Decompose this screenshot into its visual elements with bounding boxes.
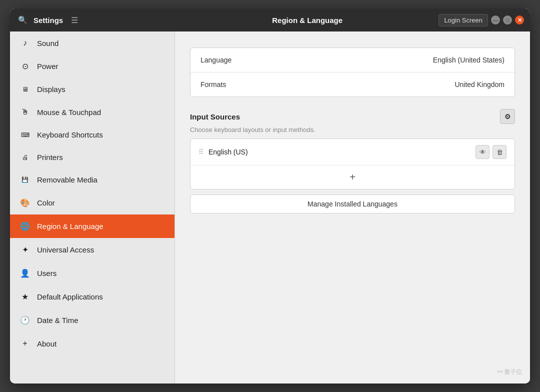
sidebar-label-about: About: [37, 340, 56, 348]
about-icon: +: [20, 339, 30, 348]
menu-button[interactable]: ☰: [67, 14, 82, 27]
region-language-icon: 🌐: [20, 222, 30, 231]
removable-media-icon: 💾: [20, 176, 30, 183]
sidebar-item-universal-access[interactable]: ✦ Universal Access: [10, 238, 174, 262]
sidebar-item-keyboard-shortcuts[interactable]: ⌨ Keyboard Shortcuts: [10, 124, 174, 146]
sidebar-item-date-time[interactable]: 🕐 Date & Time: [10, 308, 174, 332]
main-content: Language English (United States) Formats…: [175, 32, 530, 384]
default-apps-icon: ★: [20, 292, 30, 302]
sidebar-label-printers: Printers: [37, 153, 63, 162]
sidebar-label-color: Color: [37, 198, 55, 207]
language-card: Language English (United States) Formats…: [190, 48, 515, 97]
sidebar-label-mouse: Mouse & Touchpad: [37, 108, 101, 116]
language-label: Language: [200, 56, 433, 64]
eye-icon: 👁: [480, 148, 486, 156]
sidebar-label-removable: Removable Media: [37, 176, 98, 184]
input-sources-description: Choose keyboard layouts or input methods…: [190, 126, 515, 134]
titlebar: 🔍 Settings ☰ Region & Language Login Scr…: [10, 8, 530, 32]
drag-handle-icon[interactable]: ⠿: [198, 148, 204, 156]
input-source-name: English (US): [208, 148, 476, 156]
app-title: Settings: [34, 16, 63, 24]
sidebar-label-universal: Universal Access: [37, 246, 94, 254]
preview-input-source-button[interactable]: 👁: [476, 145, 490, 159]
close-button[interactable]: ✕: [515, 16, 524, 24]
sidebar-item-removable-media[interactable]: 💾 Removable Media: [10, 168, 174, 191]
gear-icon: ⚙: [504, 112, 511, 120]
sidebar: ♪ Sound ⊙ Power 🖥 Displays 🖱 Mouse & Tou…: [10, 32, 175, 384]
sidebar-label-date-time: Date & Time: [37, 316, 78, 324]
displays-icon: 🖥: [20, 86, 30, 93]
sidebar-item-mouse-touchpad[interactable]: 🖱 Mouse & Touchpad: [10, 100, 174, 124]
mouse-icon: 🖱: [20, 108, 30, 116]
sidebar-label-keyboard: Keyboard Shortcuts: [37, 130, 103, 139]
printers-icon: 🖨: [20, 154, 30, 161]
search-button[interactable]: 🔍: [16, 14, 30, 26]
input-sources-card: ⠿ English (US) 👁 🗑 +: [190, 138, 515, 190]
maximize-button[interactable]: □: [503, 16, 512, 24]
language-value: English (United States): [433, 56, 504, 64]
sidebar-label-region: Region & Language: [37, 222, 104, 230]
sidebar-item-region-language[interactable]: 🌐 Region & Language: [10, 214, 174, 238]
manage-installed-languages-button[interactable]: Manage Installed Languages: [190, 194, 515, 214]
sidebar-item-sound[interactable]: ♪ Sound: [10, 32, 174, 54]
add-input-source-button[interactable]: +: [350, 172, 356, 183]
formats-value: United Kingdom: [454, 80, 504, 88]
sidebar-label-displays: Displays: [37, 85, 66, 94]
remove-input-source-button[interactable]: 🗑: [492, 145, 506, 159]
sound-icon: ♪: [20, 38, 30, 48]
language-row[interactable]: Language English (United States): [190, 48, 514, 72]
keyboard-icon: ⌨: [20, 132, 30, 138]
input-sources-section: Input Sources ⚙ Choose keyboard layouts …: [190, 109, 515, 214]
color-icon: 🎨: [20, 198, 30, 208]
trash-icon: 🗑: [496, 148, 503, 156]
minimize-button[interactable]: —: [491, 16, 500, 24]
sidebar-label-default-apps: Default Applications: [37, 292, 103, 301]
login-screen-button[interactable]: Login Screen: [438, 14, 488, 26]
sidebar-item-displays[interactable]: 🖥 Displays: [10, 78, 174, 100]
power-icon: ⊙: [20, 62, 30, 71]
sidebar-item-users[interactable]: 👤 Users: [10, 262, 174, 285]
universal-access-icon: ✦: [20, 245, 30, 254]
page-title: Region & Language: [176, 16, 438, 24]
users-icon: 👤: [20, 268, 30, 278]
input-sources-settings-button[interactable]: ⚙: [500, 109, 515, 124]
sidebar-item-printers[interactable]: 🖨 Printers: [10, 146, 174, 168]
sidebar-item-about[interactable]: + About: [10, 332, 174, 355]
sidebar-label-power: Power: [37, 62, 58, 70]
sidebar-label-users: Users: [37, 269, 56, 278]
add-input-source-row[interactable]: +: [190, 166, 514, 189]
sidebar-item-power[interactable]: ⊙ Power: [10, 54, 174, 78]
input-source-english-us: ⠿ English (US) 👁 🗑: [190, 139, 514, 166]
sidebar-item-color[interactable]: 🎨 Color: [10, 191, 174, 214]
sidebar-item-default-applications[interactable]: ★ Default Applications: [10, 285, 174, 308]
date-time-icon: 🕐: [20, 316, 30, 325]
formats-row[interactable]: Formats United Kingdom: [190, 72, 514, 96]
input-source-actions: 👁 🗑: [476, 145, 506, 159]
watermark: ⚯ 量子位: [498, 368, 522, 376]
formats-label: Formats: [200, 80, 454, 88]
input-sources-title: Input Sources: [190, 112, 500, 121]
sidebar-label-sound: Sound: [37, 39, 58, 48]
